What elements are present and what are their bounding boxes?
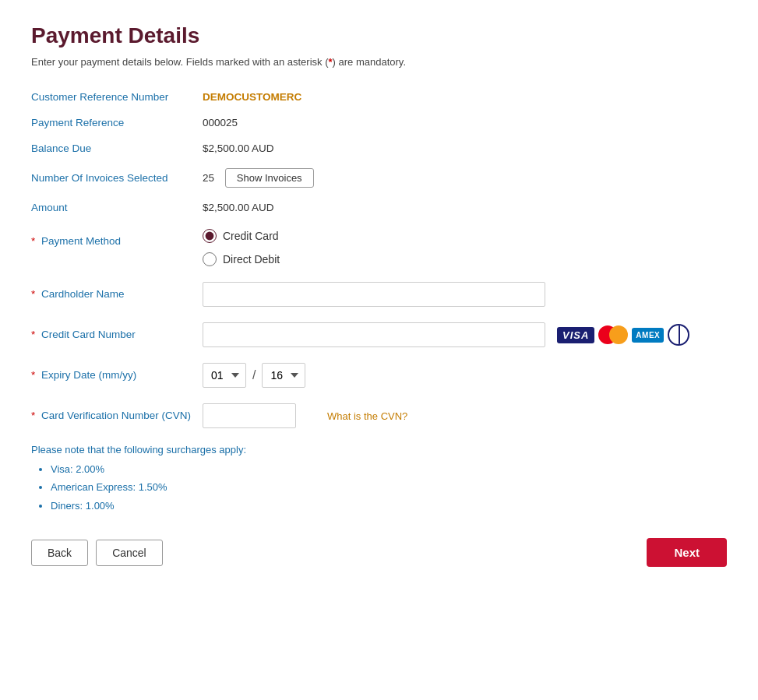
credit-card-number-row: * Credit Card Number VISA AMEX (31, 322, 727, 347)
required-star: * (31, 235, 35, 247)
required-star-2: * (31, 288, 35, 300)
balance-due-row: Balance Due $2,500.00 AUD (31, 142, 727, 154)
expiry-month-select[interactable]: 01 02 03 04 05 06 07 08 09 10 11 12 (203, 363, 246, 388)
surcharge-visa: Visa: 2.00% (51, 460, 727, 478)
payment-method-label: * Payment Method (31, 229, 203, 247)
direct-debit-option[interactable]: Direct Debit (203, 252, 280, 266)
show-invoices-button[interactable]: Show Invoices (225, 168, 314, 188)
invoices-row: Number Of Invoices Selected 25 Show Invo… (31, 168, 727, 188)
payment-ref-value: 000025 (203, 117, 238, 128)
back-button[interactable]: Back (31, 540, 88, 566)
expiry-year-select[interactable]: 16 17 18 19 20 21 22 23 24 25 (262, 363, 305, 388)
what-is-cvn-link[interactable]: What is the CVN? (327, 410, 407, 422)
cancel-button[interactable]: Cancel (96, 540, 163, 566)
credit-card-number-label: * Credit Card Number (31, 322, 203, 340)
expiry-date-label: * Expiry Date (mm/yy) (31, 363, 203, 381)
cvn-row: * Card Verification Number (CVN) What is… (31, 403, 727, 428)
amount-label: Amount (31, 202, 203, 213)
credit-card-radio[interactable] (203, 229, 217, 243)
surcharge-section: Please note that the following surcharge… (31, 444, 727, 515)
credit-card-number-input[interactable] (203, 322, 545, 347)
card-icons: VISA AMEX (557, 324, 689, 346)
surcharge-note: Please note that the following surcharge… (31, 444, 727, 456)
required-star-5: * (31, 410, 35, 421)
amount-row: Amount $2,500.00 AUD (31, 202, 727, 213)
payment-method-options: Credit Card Direct Debit (203, 229, 280, 266)
payment-ref-label: Payment Reference (31, 117, 203, 128)
amount-value: $2,500.00 AUD (203, 202, 274, 213)
direct-debit-radio[interactable] (203, 252, 217, 266)
amex-icon: AMEX (632, 328, 664, 343)
surcharge-amex: American Express: 1.50% (51, 478, 727, 496)
surcharge-diners: Diners: 1.00% (51, 497, 727, 515)
cardholder-name-input[interactable] (203, 282, 545, 307)
expiry-separator: / (252, 368, 256, 382)
surcharge-list: Visa: 2.00% American Express: 1.50% Dine… (31, 460, 727, 515)
customer-ref-row: Customer Reference Number DEMOCUSTOMERC (31, 91, 727, 103)
credit-card-option[interactable]: Credit Card (203, 229, 280, 243)
balance-due-label: Balance Due (31, 142, 203, 154)
card-number-area: VISA AMEX (203, 322, 689, 347)
footer-left-buttons: Back Cancel (31, 540, 163, 566)
invoices-count: 25 Show Invoices (203, 168, 314, 188)
expiry-date-row: * Expiry Date (mm/yy) 01 02 03 04 05 06 … (31, 363, 727, 388)
cardholder-name-label: * Cardholder Name (31, 282, 203, 300)
direct-debit-label: Direct Debit (223, 253, 280, 266)
credit-card-label: Credit Card (223, 230, 279, 242)
mastercard-icon (598, 325, 628, 344)
visa-icon: VISA (557, 327, 594, 343)
customer-ref-value: DEMOCUSTOMERC (203, 91, 301, 103)
cvn-label: * Card Verification Number (CVN) (31, 403, 203, 421)
cardholder-name-row: * Cardholder Name (31, 282, 727, 307)
footer-buttons: Back Cancel Next (31, 538, 727, 567)
cvn-input[interactable] (203, 403, 296, 428)
next-button[interactable]: Next (647, 538, 727, 567)
required-star-3: * (31, 329, 35, 340)
diners-icon (668, 324, 689, 346)
balance-due-value: $2,500.00 AUD (203, 142, 274, 154)
required-star-4: * (31, 369, 35, 381)
cvn-area: What is the CVN? (203, 403, 415, 428)
info-section: Customer Reference Number DEMOCUSTOMERC … (31, 91, 727, 213)
payment-ref-row: Payment Reference 000025 (31, 117, 727, 128)
payment-method-row: * Payment Method Credit Card Direct Debi… (31, 229, 727, 266)
page-subtitle: Enter your payment details below. Fields… (31, 56, 727, 68)
customer-ref-label: Customer Reference Number (31, 91, 203, 103)
page-title: Payment Details (31, 23, 727, 48)
cvn-link-container: What is the CVN? (327, 410, 415, 422)
expiry-selects: 01 02 03 04 05 06 07 08 09 10 11 12 / 16… (203, 363, 305, 388)
invoices-label: Number Of Invoices Selected (31, 172, 203, 184)
